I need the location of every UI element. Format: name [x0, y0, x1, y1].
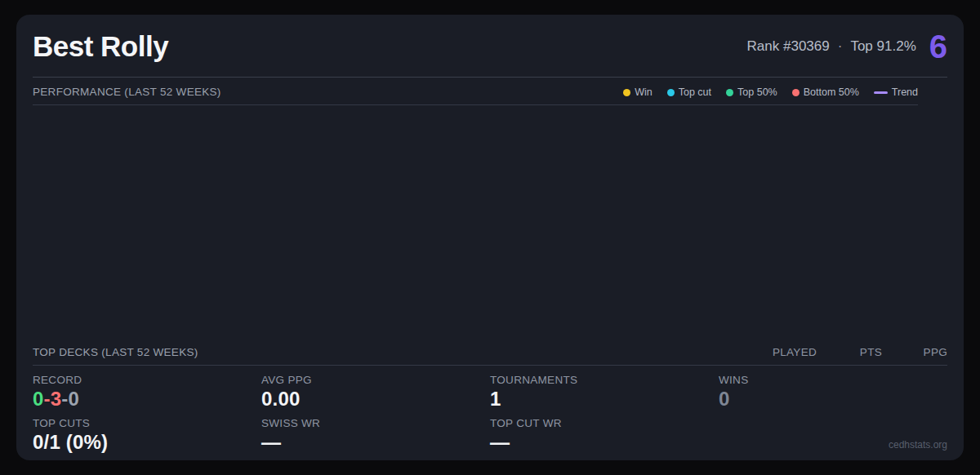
stat-value-part: -: [61, 388, 68, 410]
player-score: 6: [929, 30, 947, 63]
card-header: Best Rolly Rank #30369·Top 91.2% 6: [33, 28, 947, 67]
legend-item-bottom-50: Bottom 50%: [792, 87, 859, 98]
stat-label-tournaments: TOURNAMENTS: [490, 373, 719, 387]
header-divider: [33, 77, 947, 78]
stat-label-swiss-wr: SWISS WR: [261, 416, 490, 430]
stat-label-wins: WINS: [719, 373, 947, 387]
legend-item-top-cut: Top cut: [667, 87, 711, 98]
stat-value-top-cuts: 0/1 (0%): [33, 430, 261, 455]
stat-value-part: 0: [33, 388, 44, 410]
top-cut-dot-icon: [667, 89, 675, 96]
legend-label: Trend: [892, 87, 918, 98]
stat-value-record: 0-3-0: [33, 387, 261, 411]
legend-label: Win: [635, 87, 653, 98]
stat-value-part: 1: [490, 388, 501, 410]
performance-section-header: PERFORMANCE (LAST 52 WEEKS) WinTop cutTo…: [33, 86, 918, 105]
stat-avg-ppg: AVG PPG0.00: [261, 373, 490, 411]
stat-label-top-cut-wr: TOP CUT WR: [490, 416, 719, 430]
legend-label: Bottom 50%: [804, 87, 859, 98]
legend-label: Top 50%: [737, 87, 777, 98]
stat-value-tournaments: 1: [490, 387, 719, 411]
stat-label-avg-ppg: AVG PPG: [261, 373, 490, 387]
stat-value-part: 0.00: [261, 388, 301, 410]
legend-item-top-50: Top 50%: [726, 87, 777, 98]
top-50-dot-icon: [726, 89, 733, 96]
top-decks-section-title: TOP DECKS (LAST 52 WEEKS): [33, 346, 198, 358]
stat-tournaments: TOURNAMENTS1: [490, 373, 719, 411]
stat-value-wins: 0: [719, 387, 947, 411]
stat-value-top-cut-wr: —: [490, 430, 719, 455]
trend-line-swatch-icon: [874, 91, 888, 94]
stat-value-part: 3: [51, 388, 62, 410]
player-card: Best Rolly Rank #30369·Top 91.2% 6 PERFO…: [16, 15, 964, 460]
stats-grid: RECORD0-3-0AVG PPG0.00TOURNAMENTS1WINS0T…: [33, 373, 947, 455]
deck-column-played: PLAYED: [751, 346, 817, 358]
separator-dot: ·: [838, 38, 843, 54]
top-percent-label: Top 91.2%: [850, 38, 915, 54]
player-name: Best Rolly: [33, 31, 168, 63]
stat-value-part: -: [44, 388, 51, 410]
chart-legend: WinTop cutTop 50%Bottom 50%Trend: [623, 87, 918, 98]
stat-label-top-cuts: TOP CUTS: [33, 416, 261, 430]
stat-swiss-wr: SWISS WR—: [261, 416, 490, 455]
top-decks-section-header: TOP DECKS (LAST 52 WEEKS) PLAYEDPTSPPG: [33, 346, 947, 366]
stat-label-record: RECORD: [33, 373, 261, 387]
stat-value-part: 0: [69, 388, 80, 410]
stat-value-avg-ppg: 0.00: [261, 387, 490, 411]
stat-value-part: —: [261, 431, 281, 453]
stat-wins: WINS0: [719, 373, 947, 411]
stat-value-part: —: [490, 431, 510, 453]
bottom-50-dot-icon: [792, 89, 800, 96]
watermark: cedhstats.org: [889, 439, 947, 451]
deck-table-columns: PLAYEDPTSPPG: [751, 346, 947, 358]
stat-record: RECORD0-3-0: [33, 373, 261, 411]
header-right: Rank #30369·Top 91.2% 6: [747, 30, 947, 63]
stat-value-part: 0: [719, 388, 730, 410]
stat-value-swiss-wr: —: [261, 430, 490, 455]
stat-top-cut-wr: TOP CUT WR—: [490, 416, 719, 455]
legend-label: Top cut: [679, 87, 711, 98]
rank-line: Rank #30369·Top 91.2%: [747, 38, 916, 55]
deck-column-pts: PTS: [817, 346, 882, 358]
win-dot-icon: [623, 89, 630, 96]
stat-value-part: 0/1 (0%): [33, 431, 108, 453]
deck-column-ppg: PPG: [882, 346, 947, 358]
performance-section-title: PERFORMANCE (LAST 52 WEEKS): [33, 86, 221, 98]
legend-item-trend: Trend: [874, 87, 918, 98]
legend-item-win: Win: [623, 87, 653, 98]
rank-label: Rank #30369: [747, 38, 830, 54]
stat-top-cuts: TOP CUTS0/1 (0%): [33, 416, 261, 455]
performance-chart: [33, 105, 947, 336]
